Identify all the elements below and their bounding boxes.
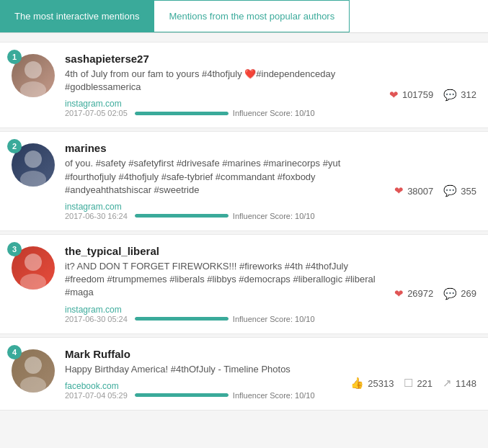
svg-point-7 (20, 377, 46, 393)
tab-bar: The most interactive mentions Mentions f… (0, 0, 488, 33)
rank-badge: 4 (7, 345, 22, 359)
stat-comments: ☐ 221 (404, 377, 432, 390)
tab-interactive[interactable]: The most interactive mentions (0, 0, 154, 32)
mention-date: 2017-07-05 02:05 (65, 109, 128, 117)
mention-source[interactable]: instagram.com (65, 305, 122, 315)
mention-author: marines (65, 142, 476, 154)
influencer-bar-fill (135, 317, 229, 321)
mention-meta-row: 2017-07-05 02:05 Influencer Score: 10/10 (65, 109, 382, 117)
svg-point-6 (25, 357, 42, 374)
comments-count: 355 (461, 186, 476, 197)
stat-likes: 👍 25313 (350, 377, 394, 390)
svg-point-0 (25, 61, 42, 79)
mention-source[interactable]: instagram.com (65, 202, 122, 212)
likes-count: 26972 (407, 288, 433, 299)
mention-item: 3 the_typical_liberal it? AND DON T FORG… (0, 234, 488, 334)
rank-badge: 1 (7, 50, 22, 64)
influencer-bar-fill (135, 393, 229, 397)
mention-author: sashapieterse27 (65, 53, 476, 65)
mention-date: 2017-06-30 16:24 (65, 212, 128, 220)
svg-point-4 (25, 254, 42, 271)
stat-shares: ↗ 1148 (443, 377, 476, 390)
comment-icon: 💬 (443, 184, 457, 197)
influencer-bar-wrap: Influencer Score: 10/10 (135, 315, 315, 323)
mention-text: of you. #safety #safetyfirst #drivesafe … (65, 157, 387, 197)
mention-content: sashapieterse27 4th of July from our fam… (65, 53, 476, 117)
mention-content: marines of you. #safety #safetyfirst #dr… (65, 142, 476, 220)
comments-count: 221 (417, 378, 432, 389)
mention-stats: ❤ 38007 💬 355 (387, 184, 476, 197)
influencer-bar-fill (135, 214, 229, 218)
influencer-bar-bg (135, 393, 229, 397)
mention-date: 2017-07-04 05:29 (65, 391, 128, 400)
heart-icon: ❤ (389, 89, 399, 102)
comment-icon: 💬 (443, 89, 457, 102)
shares-count: 1148 (456, 378, 476, 389)
influencer-score: Influencer Score: 10/10 (233, 315, 315, 323)
mention-stats: ❤ 101759 💬 312 (382, 89, 476, 102)
mention-item: 4 Mark Ruffalo Happy Birthday America! #… (0, 337, 488, 411)
mention-text: 4th of July from our fam to yours #4thof… (65, 68, 382, 94)
comment-icon: 💬 (443, 287, 457, 300)
influencer-bar-bg (135, 112, 229, 115)
influencer-score: Influencer Score: 10/10 (233, 212, 315, 220)
tab-popular[interactable]: Mentions from the most popular authors (154, 0, 350, 32)
stat-comments: 💬 312 (443, 89, 476, 102)
likes-count: 25313 (368, 378, 394, 389)
mention-item: 2 marines of you. #safety #safetyfirst #… (0, 131, 488, 231)
influencer-score: Influencer Score: 10/10 (233, 391, 315, 400)
mention-list: 1 sashapieterse27 4th of July from our f… (0, 33, 488, 419)
comment-icon: ☐ (404, 377, 413, 390)
influencer-bar-wrap: Influencer Score: 10/10 (135, 212, 315, 220)
mention-text: it? AND DON T FORGET FIREWORKS!!! #firew… (65, 260, 387, 300)
mention-source[interactable]: facebook.com (65, 381, 119, 391)
heart-icon: ❤ (394, 287, 404, 300)
stat-likes: ❤ 38007 (394, 184, 433, 197)
likes-count: 101759 (402, 89, 433, 100)
mention-content: the_typical_liberal it? AND DON T FORGET… (65, 245, 476, 323)
mention-author: the_typical_liberal (65, 245, 476, 257)
mention-stats: ❤ 26972 💬 269 (387, 287, 476, 300)
mention-date: 2017-06-30 05:24 (65, 315, 128, 323)
influencer-bar-fill (135, 112, 229, 115)
mention-meta-row: 2017-06-30 16:24 Influencer Score: 10/10 (65, 212, 387, 220)
svg-point-5 (20, 274, 46, 290)
mention-content: Mark Ruffalo Happy Birthday America! #4t… (65, 348, 476, 400)
share-icon: ↗ (443, 377, 452, 390)
stat-comments: 💬 269 (443, 287, 476, 300)
influencer-score: Influencer Score: 10/10 (233, 109, 315, 117)
stat-likes: ❤ 101759 (389, 89, 433, 102)
mention-item: 1 sashapieterse27 4th of July from our f… (0, 42, 488, 128)
influencer-bar-bg (135, 317, 229, 321)
comments-count: 269 (461, 288, 476, 299)
svg-point-3 (20, 171, 46, 187)
comments-count: 312 (461, 89, 476, 100)
influencer-bar-wrap: Influencer Score: 10/10 (135, 391, 315, 400)
mention-source[interactable]: instagram.com (65, 99, 122, 109)
likes-count: 38007 (407, 186, 433, 197)
mention-meta-row: 2017-07-04 05:29 Influencer Score: 10/10 (65, 391, 343, 400)
mention-stats: 👍 25313 ☐ 221 ↗ 1148 (343, 377, 476, 390)
mention-author: Mark Ruffalo (65, 348, 476, 360)
svg-point-1 (20, 81, 46, 97)
rank-badge: 3 (7, 242, 22, 256)
heart-icon: 👍 (350, 377, 364, 390)
svg-point-2 (25, 151, 42, 168)
heart-icon: ❤ (394, 184, 404, 197)
stat-comments: 💬 355 (443, 184, 476, 197)
stat-likes: ❤ 26972 (394, 287, 433, 300)
influencer-bar-wrap: Influencer Score: 10/10 (135, 109, 315, 117)
mention-meta-row: 2017-06-30 05:24 Influencer Score: 10/10 (65, 315, 387, 323)
influencer-bar-bg (135, 214, 229, 218)
mention-text: Happy Birthday America! #4thOfJuly - Tim… (65, 363, 343, 376)
